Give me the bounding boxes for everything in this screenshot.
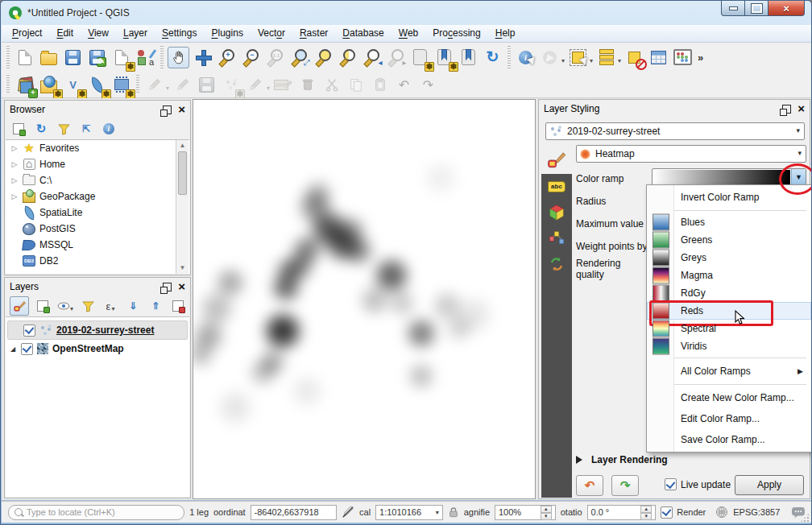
menu-item-greens[interactable]: Greens <box>647 231 811 249</box>
scrollbar-thumb[interactable] <box>178 151 187 195</box>
browser-item-spatialite[interactable]: SpatiaLite <box>6 205 189 221</box>
save-project-as-icon[interactable]: ✎ <box>86 47 108 68</box>
float-panel-icon[interactable] <box>163 283 172 291</box>
menu-item-save-color-ramp[interactable]: Save Color Ramp... <box>647 429 811 450</box>
menu-item-reds[interactable]: Reds <box>647 302 811 320</box>
zoom-in-icon[interactable]: + <box>216 47 238 68</box>
close-panel-icon[interactable]: × <box>178 282 185 291</box>
zoom-full-icon[interactable]: ⤢ <box>288 47 310 68</box>
menu-item-create-new-color-ramp[interactable]: Create New Color Ramp... <box>647 387 811 408</box>
scale-combo[interactable]: 1:1010166▾ <box>375 505 443 520</box>
layer-row-openstreetmap[interactable]: ◢ OpenStreetMap <box>6 340 189 358</box>
pan-to-selection-icon[interactable] <box>192 47 213 68</box>
deselect-all-icon[interactable] <box>624 47 645 68</box>
lock-icon[interactable] <box>448 506 459 518</box>
layer-rendering-section[interactable]: Layer Rendering <box>576 454 668 465</box>
float-panel-icon[interactable] <box>163 105 172 114</box>
manage-themes-icon[interactable]: ▾ <box>56 297 74 315</box>
menu-layer[interactable]: Layer <box>116 25 155 42</box>
open-project-icon[interactable] <box>38 47 60 68</box>
attribute-table-icon[interactable] <box>648 47 669 68</box>
remove-layer-icon[interactable] <box>169 297 187 315</box>
browser-item-c-[interactable]: ▷C:\ <box>6 172 189 188</box>
toolbar-grip[interactable] <box>6 75 10 94</box>
style-manager-icon[interactable]: a <box>135 47 156 68</box>
identify-features-icon[interactable]: i <box>515 47 536 68</box>
new-project-icon[interactable] <box>14 47 35 68</box>
scroll-up-icon[interactable]: ▲ <box>176 140 188 151</box>
styling-layer-selector[interactable]: 2019-02-surrey-street <box>545 122 805 140</box>
properties-widget-icon[interactable]: i <box>100 120 118 138</box>
tracking-icon[interactable] <box>342 506 354 519</box>
layer-row-heatmap[interactable]: 2019-02-surrey-street <box>7 320 188 340</box>
expander-icon[interactable]: ▷ <box>10 160 19 168</box>
magnifier-spinbox[interactable]: 100% ▲▼ <box>495 505 556 520</box>
select-features-dropdown[interactable]: ▾ <box>590 57 593 64</box>
toolbar-grip[interactable] <box>136 75 139 94</box>
float-panel-icon[interactable] <box>782 105 791 114</box>
close-panel-icon[interactable]: × <box>798 104 805 114</box>
spin-buttons[interactable]: ▲▼ <box>640 506 652 519</box>
refresh-icon[interactable]: ↻ <box>482 47 503 68</box>
menu-web[interactable]: Web <box>392 25 425 42</box>
expression-filter-icon[interactable]: ε▾ <box>102 297 119 315</box>
zoom-to-layer-icon[interactable] <box>337 47 358 68</box>
collapse-all-icon[interactable]: ⇱ <box>77 120 95 138</box>
zoom-out-icon[interactable]: − <box>240 47 262 68</box>
new-spatialite-layer-icon[interactable]: ✽ <box>86 74 108 96</box>
browser-filter-icon[interactable] <box>55 120 72 138</box>
expander-icon[interactable]: ▷ <box>10 192 19 200</box>
browser-item-favorites[interactable]: ▷★Favorites <box>6 140 189 156</box>
filter-legend-icon[interactable] <box>79 297 97 315</box>
coordinate-input[interactable]: -86402,6637918 <box>251 505 338 520</box>
live-update-checkbox[interactable]: Live update <box>665 478 731 490</box>
toolbar-grip[interactable] <box>160 46 164 68</box>
messages-icon[interactable] <box>791 506 806 519</box>
menu-view[interactable]: View <box>81 25 116 42</box>
title-bar[interactable]: *Untitled Project - QGIS × <box>1 1 811 25</box>
menu-item-all-color-ramps[interactable]: All Color Ramps▶ <box>647 361 811 382</box>
apply-button[interactable]: Apply <box>735 475 804 495</box>
expander-icon[interactable]: ◢ <box>9 345 17 353</box>
browser-scrollbar[interactable]: ▲ ▼ <box>176 140 188 274</box>
menu-processing[interactable]: Processing <box>425 25 487 42</box>
menu-raster[interactable]: Raster <box>292 25 335 42</box>
expander-icon[interactable]: ▷ <box>10 144 19 152</box>
menu-database[interactable]: Database <box>335 25 391 42</box>
menu-vector[interactable]: Vector <box>251 25 292 42</box>
tab-diagrams[interactable] <box>541 225 572 251</box>
add-selected-layer-icon[interactable] <box>10 120 27 138</box>
layer-checkbox[interactable] <box>21 343 33 355</box>
locator-search-input[interactable]: Type to locate (Ctrl+K) <box>8 505 184 520</box>
data-source-manager-icon[interactable]: + <box>14 74 35 96</box>
tab-history[interactable] <box>541 251 572 277</box>
bookmark-manager-icon[interactable] <box>458 47 479 68</box>
toolbar-grip[interactable] <box>6 46 10 68</box>
add-group-icon[interactable] <box>34 297 52 315</box>
browser-item-db2[interactable]: DB2DB2 <box>6 253 189 269</box>
browser-item-mssql[interactable]: MSSQL <box>6 237 189 253</box>
close-panel-icon[interactable]: × <box>178 105 185 114</box>
toolbar-grip[interactable] <box>508 46 511 68</box>
zoom-last-icon[interactable]: ◂ <box>361 47 383 68</box>
select-by-form-dropdown[interactable]: ▾ <box>618 57 621 64</box>
open-styling-panel-icon[interactable] <box>10 296 29 316</box>
pan-map-icon[interactable] <box>168 47 189 68</box>
renderer-selector[interactable]: Heatmap <box>576 145 806 163</box>
close-button[interactable]: × <box>768 1 805 16</box>
tab-labels[interactable]: abc <box>541 174 572 200</box>
browser-refresh-icon[interactable]: ↻ <box>32 120 50 138</box>
menu-item-magma[interactable]: Magma <box>647 267 811 284</box>
minimize-button[interactable] <box>721 1 745 16</box>
spin-buttons[interactable]: ▲▼ <box>541 506 552 519</box>
new-virtual-layer-icon[interactable]: ✽ <box>110 74 132 96</box>
rotation-spinbox[interactable]: 0.0 ° ▲▼ <box>587 505 657 520</box>
browser-item-geopackage[interactable]: ▷GeoPackage <box>6 188 189 205</box>
menu-settings[interactable]: Settings <box>155 25 204 42</box>
tab-3d[interactable] <box>541 200 572 225</box>
style-redo-button[interactable]: ↷ <box>611 475 639 496</box>
toolbar-overflow-button[interactable]: » <box>698 52 703 64</box>
select-features-icon[interactable] <box>567 47 589 68</box>
menu-item-edit-color-ramp[interactable]: Edit Color Ramp... <box>647 408 811 429</box>
scroll-down-icon[interactable]: ▼ <box>176 262 188 274</box>
